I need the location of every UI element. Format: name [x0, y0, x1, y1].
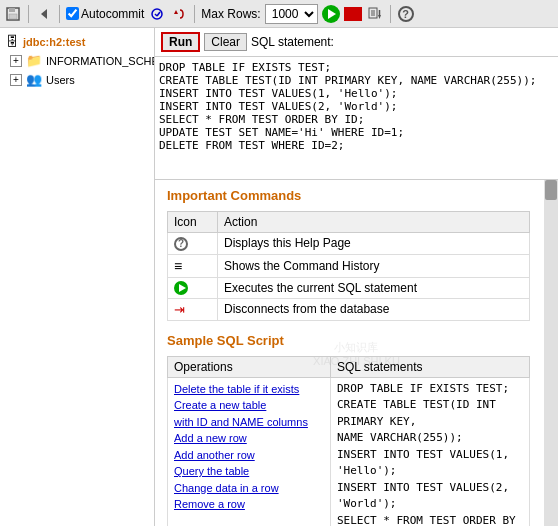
svg-point-4 [152, 9, 162, 19]
divider-2 [59, 5, 60, 23]
disconnect-cmd-action: Disconnects from the database [218, 298, 530, 320]
op-link-0[interactable]: Delete the table if it exists [174, 381, 324, 398]
sidebar: 🗄 jdbc:h2:test + 📁 INFORMATION_SCHEMA + … [0, 28, 155, 526]
run-button[interactable]: Run [161, 32, 200, 52]
history-cmd-action: Shows the Command History [218, 254, 530, 277]
save-icon[interactable] [4, 5, 22, 23]
help-panel: Important Commands Icon Action ? [155, 180, 558, 526]
sql-textarea[interactable]: DROP TABLE IF EXISTS TEST; CREATE TABLE … [155, 56, 558, 176]
disconnect-cmd-icon: ⇥ [174, 302, 185, 317]
operations-col-header: Operations [168, 356, 331, 377]
run-cmd-icon [174, 281, 188, 295]
op-link-3[interactable]: Add a new row [174, 430, 324, 447]
back-icon[interactable] [35, 5, 53, 23]
run-cmd-action: Executes the current SQL statement [218, 277, 530, 298]
sample-row: Delete the table if it exists Create a n… [168, 377, 530, 526]
max-rows-label: Max Rows: [201, 7, 260, 21]
export-icon[interactable] [366, 5, 384, 23]
max-rows-select[interactable]: 1000 500 100 50 10 [265, 4, 318, 24]
commit-icon[interactable] [148, 5, 166, 23]
sql-statements-col-header: SQL statements [330, 356, 529, 377]
svg-line-6 [157, 12, 160, 16]
svg-rect-2 [9, 14, 17, 19]
expand-users[interactable]: + [10, 74, 22, 86]
divider-3 [194, 5, 195, 23]
scrollbar-thumb[interactable] [545, 180, 557, 200]
rollback-icon[interactable] [170, 5, 188, 23]
expand-information-schema[interactable]: + [10, 55, 22, 67]
op-link-7[interactable]: Remove a row [174, 496, 324, 513]
svg-rect-1 [9, 8, 15, 12]
svg-marker-11 [378, 15, 381, 19]
run-toolbar-button[interactable] [322, 5, 340, 23]
help-cmd-action: Displays this Help Page [218, 233, 530, 255]
op-link-4[interactable]: Add another row [174, 447, 324, 464]
help-cmd-icon: ? [174, 237, 188, 251]
important-commands-title: Important Commands [167, 188, 530, 203]
autocommit-checkbox[interactable] [66, 7, 79, 20]
main-toolbar: Autocommit Max Rows: 1000 500 100 50 10 [0, 0, 558, 28]
sample-sql-table: Operations SQL statements Delete the tab… [167, 356, 530, 527]
op-link-5[interactable]: Query the table [174, 463, 324, 480]
db-icon: 🗄 [6, 34, 19, 49]
folder-icon-information-schema: 📁 [26, 53, 42, 68]
command-row-disconnect: ⇥ Disconnects from the database [168, 298, 530, 320]
sample-sql-title: Sample SQL Script [167, 333, 530, 348]
content-area: Run Clear SQL statement: DROP TABLE IF E… [155, 28, 558, 526]
history-cmd-icon: ≡ [174, 258, 182, 274]
divider-1 [28, 5, 29, 23]
sql-code-block: DROP TABLE IF EXISTS TEST; CREATE TABLE … [337, 381, 523, 527]
op-link-2[interactable]: with ID and NAME columns [174, 414, 324, 431]
op-link-6[interactable]: Change data in a row [174, 480, 324, 497]
db-name: jdbc:h2:test [23, 36, 85, 48]
users-icon: 👥 [26, 72, 42, 87]
divider-4 [390, 5, 391, 23]
db-connection-item[interactable]: 🗄 jdbc:h2:test [0, 32, 154, 51]
autocommit-label[interactable]: Autocommit [66, 7, 144, 21]
users-label: Users [46, 74, 75, 86]
command-row-help: ? Displays this Help Page [168, 233, 530, 255]
autocommit-text: Autocommit [81, 7, 144, 21]
sidebar-item-users[interactable]: + 👥 Users [0, 70, 154, 89]
action-col-header: Action [218, 212, 530, 233]
sql-editor-area: Run Clear SQL statement: DROP TABLE IF E… [155, 28, 558, 180]
clear-button[interactable]: Clear [204, 33, 247, 51]
sidebar-item-information-schema[interactable]: + 📁 INFORMATION_SCHEMA [0, 51, 154, 70]
scrollbar-track[interactable] [544, 180, 558, 526]
op-link-1[interactable]: Create a new table [174, 397, 324, 414]
command-row-run: Executes the current SQL statement [168, 277, 530, 298]
information-schema-label: INFORMATION_SCHEMA [46, 55, 155, 67]
command-row-history: ≡ Shows the Command History [168, 254, 530, 277]
svg-marker-3 [41, 9, 47, 19]
help-toolbar-icon[interactable]: ? [397, 5, 415, 23]
icon-col-header: Icon [168, 212, 218, 233]
stop-button[interactable] [344, 7, 362, 21]
sql-statement-label: SQL statement: [251, 35, 334, 49]
main-container: 🗄 jdbc:h2:test + 📁 INFORMATION_SCHEMA + … [0, 28, 558, 526]
sql-toolbar: Run Clear SQL statement: [155, 28, 558, 56]
commands-table: Icon Action ? Displays this Help Page [167, 211, 530, 321]
